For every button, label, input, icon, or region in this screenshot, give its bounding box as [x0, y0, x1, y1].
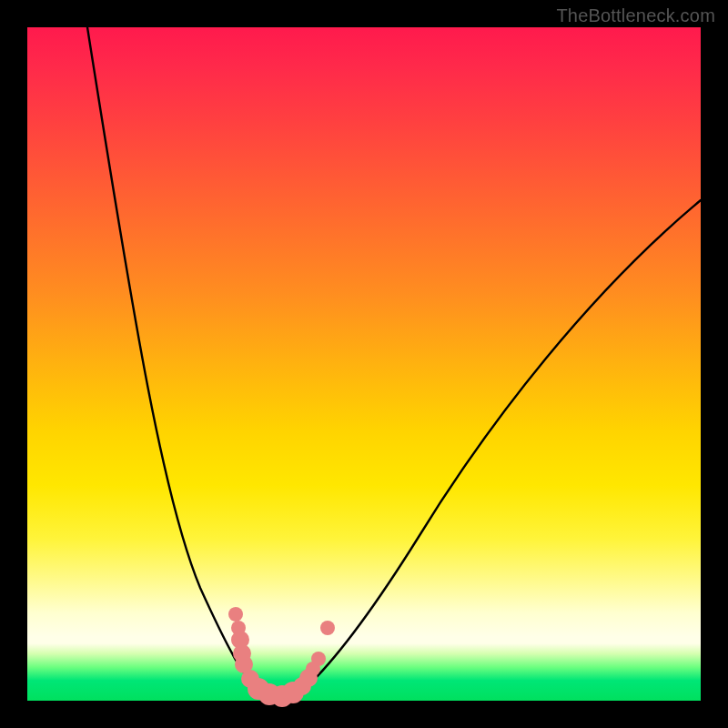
- chart-plot-area: [27, 27, 701, 701]
- curve-left-arm: [87, 27, 276, 697]
- bottleneck-curve: [87, 27, 701, 697]
- highlight-markers: [228, 607, 335, 707]
- marker-dot: [320, 621, 335, 635]
- watermark-text: TheBottleneck.com: [556, 5, 715, 26]
- chart-svg: [27, 27, 701, 701]
- chart-frame: TheBottleneck.com: [0, 0, 728, 728]
- marker-dot: [228, 607, 243, 622]
- curve-right-arm: [276, 200, 701, 697]
- marker-dot: [311, 652, 326, 666]
